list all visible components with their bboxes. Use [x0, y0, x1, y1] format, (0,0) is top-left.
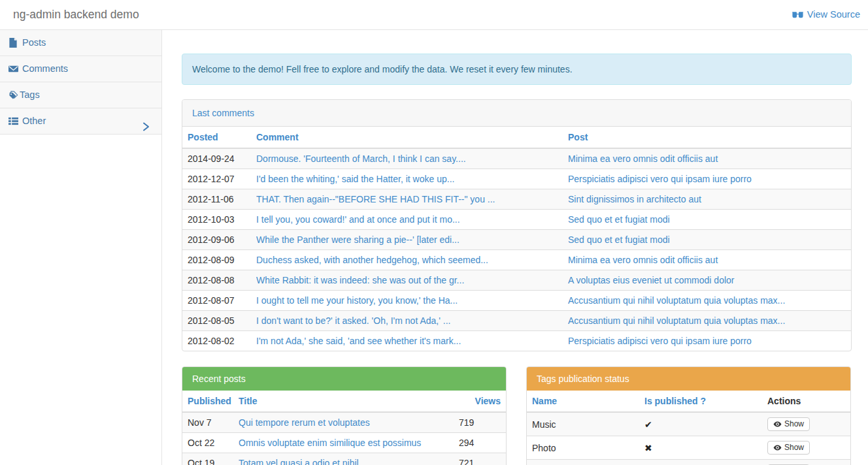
- last-comments-panel: Last comments Posted Comment Post 2014-0…: [182, 99, 852, 351]
- publish-status-icon: ✔: [644, 419, 652, 430]
- list-icon: [8, 116, 18, 126]
- show-button[interactable]: Show: [767, 441, 810, 455]
- posted-date: 2014-09-24: [182, 148, 251, 169]
- table-row: 2012-09-06 While the Panther were sharin…: [182, 230, 851, 250]
- published-date: Oct 22: [182, 433, 233, 453]
- post-link[interactable]: Sed quo et et fugiat modi: [568, 214, 846, 225]
- sidebar-item-label: Comments: [22, 56, 68, 82]
- table-row: 2012-10-03 I tell you, you coward!' and …: [182, 210, 851, 230]
- posted-date: 2012-09-06: [182, 230, 251, 250]
- table-row: 2012-08-09 Duchess asked, with another h…: [182, 250, 851, 270]
- table-row: Oct 22 Omnis voluptate enim similique es…: [182, 433, 506, 453]
- post-title-link[interactable]: Totam vel quasi a odio et nihil: [239, 458, 454, 465]
- sidebar-item-label: Tags: [20, 82, 40, 108]
- publish-status-icon: ✖: [644, 443, 652, 453]
- posted-date: 2012-10-03: [182, 210, 251, 230]
- post-link[interactable]: Sed quo et et fugiat modi: [568, 234, 846, 245]
- view-source-label: View Source: [807, 0, 860, 29]
- views-count: 721: [459, 453, 506, 465]
- post-link[interactable]: Minima ea vero omnis odit officiis aut: [568, 153, 846, 164]
- glasses-icon: [792, 11, 804, 19]
- column-header-views[interactable]: Views: [459, 391, 506, 412]
- comment-link[interactable]: I'm not Ada,' she said, 'and see whether…: [256, 336, 558, 346]
- last-comments-heading: Last comments: [182, 100, 851, 127]
- table-row: 2014-09-24 Dormouse. 'Fourteenth of Marc…: [182, 148, 851, 169]
- posted-date: 2012-11-06: [182, 189, 251, 210]
- sidebar-item-other[interactable]: Other: [0, 108, 161, 135]
- comment-link[interactable]: THAT. Then again--"BEFORE SHE HAD THIS F…: [256, 194, 558, 204]
- table-row: Oct 19 Totam vel quasi a odio et nihil 7…: [182, 453, 506, 465]
- comment-link[interactable]: While the Panther were sharing a pie--' …: [256, 234, 558, 245]
- post-link[interactable]: Perspiciatis adipisci vero qui ipsam iur…: [568, 174, 846, 184]
- views-count: 294: [459, 433, 506, 453]
- published-date: Oct 19: [182, 453, 233, 465]
- sidebar-item-comments[interactable]: Comments: [0, 56, 161, 82]
- table-row: Photo ✖ Show: [527, 436, 850, 460]
- sidebar-item-tags[interactable]: Tags: [0, 82, 161, 108]
- post-link[interactable]: A voluptas eius eveniet ut commodi dolor: [568, 275, 846, 285]
- comment-link[interactable]: Duchess asked, with another hedgehog, wh…: [256, 255, 558, 265]
- posted-date: 2012-08-07: [182, 291, 251, 311]
- table-row: 2012-11-06 THAT. Then again--"BEFORE SHE…: [182, 189, 851, 210]
- tags-status-panel: Tags publication status Name Is publishe…: [526, 366, 851, 465]
- posted-date: 2012-08-09: [182, 250, 251, 270]
- post-link[interactable]: Accusantium qui nihil voluptatum quia vo…: [568, 295, 846, 306]
- posted-date: 2012-08-05: [182, 311, 251, 331]
- recent-posts-table: Published Title Views Nov 7 Qui tempore …: [182, 391, 506, 465]
- sidebar-item-posts[interactable]: Posts: [0, 30, 161, 56]
- views-count: 719: [459, 412, 506, 433]
- table-row: Nov 7 Qui tempore rerum et voluptates 71…: [182, 412, 506, 433]
- view-source-link[interactable]: View Source: [792, 0, 860, 29]
- table-row: 2012-08-02 I'm not Ada,' she said, 'and …: [182, 331, 851, 351]
- post-title-link[interactable]: Qui tempore rerum et voluptates: [239, 417, 454, 428]
- post-link[interactable]: Accusantium qui nihil voluptatum quia vo…: [568, 315, 846, 326]
- last-comments-title-link[interactable]: Last comments: [192, 108, 254, 118]
- column-header-post[interactable]: Post: [563, 127, 851, 148]
- posted-date: 2012-12-07: [182, 169, 251, 189]
- tag-name: Photo: [527, 436, 639, 460]
- table-row: 2012-08-08 White Rabbit: it was indeed: …: [182, 270, 851, 291]
- sidebar-item-label: Posts: [22, 30, 46, 56]
- last-comments-table: Posted Comment Post 2014-09-24 Dormouse.…: [182, 127, 851, 351]
- comment-link[interactable]: I'd been the whiting,' said the Hatter, …: [256, 174, 558, 184]
- tags-status-heading: Tags publication status: [527, 367, 850, 391]
- welcome-alert: Welcome to the demo! Fell free to explor…: [182, 54, 852, 85]
- sidebar: Posts Comments Tags Other: [0, 30, 162, 465]
- eye-icon: [773, 444, 782, 451]
- table-row: 2012-08-05 I don't want to be?' it asked…: [182, 311, 851, 331]
- eye-icon: [773, 421, 782, 428]
- post-link[interactable]: Minima ea vero omnis odit officiis aut: [568, 255, 846, 265]
- show-button[interactable]: Show: [767, 417, 810, 431]
- recent-posts-panel: Recent posts Published Title Views Nov 7…: [182, 366, 507, 465]
- show-button-label: Show: [784, 443, 804, 452]
- table-row: 2012-08-07 I ought to tell me your histo…: [182, 291, 851, 311]
- file-icon: [8, 38, 18, 48]
- posted-date: 2012-08-08: [182, 270, 251, 291]
- post-title-link[interactable]: Omnis voluptate enim similique est possi…: [239, 438, 454, 448]
- column-header-actions: Actions: [762, 391, 850, 412]
- show-button-label: Show: [784, 419, 804, 428]
- tags-icon: [8, 90, 18, 100]
- top-header: ng-admin backend demo View Source: [0, 0, 868, 30]
- chevron-right-icon: [141, 116, 151, 142]
- table-row: Code ✔ Show: [527, 460, 850, 465]
- comment-link[interactable]: I tell you, you coward!' and at once and…: [256, 214, 558, 225]
- column-header-name[interactable]: Name: [527, 391, 639, 412]
- column-header-published[interactable]: Published: [182, 391, 233, 412]
- tags-status-table: Name Is published ? Actions Music ✔: [527, 391, 850, 465]
- app-title: ng-admin backend demo: [13, 0, 139, 29]
- post-link[interactable]: Perspiciatis adipisci vero qui ipsam iur…: [568, 336, 846, 346]
- comment-link[interactable]: White Rabbit: it was indeed: she was out…: [256, 275, 558, 285]
- column-header-is-published[interactable]: Is published ?: [639, 391, 762, 412]
- tag-name: Code: [527, 460, 639, 465]
- comment-link[interactable]: I don't want to be?' it asked. 'Oh, I'm …: [256, 315, 558, 326]
- comment-link[interactable]: Dormouse. 'Fourteenth of March, I think …: [256, 153, 558, 164]
- column-header-title[interactable]: Title: [233, 391, 459, 412]
- published-date: Nov 7: [182, 412, 233, 433]
- recent-posts-heading: Recent posts: [182, 367, 506, 391]
- comment-link[interactable]: I ought to tell me your history, you kno…: [256, 295, 558, 306]
- post-link[interactable]: Sint dignissimos in architecto aut: [568, 194, 846, 204]
- column-header-comment[interactable]: Comment: [251, 127, 563, 148]
- column-header-posted[interactable]: Posted: [182, 127, 251, 148]
- envelope-icon: [8, 64, 18, 74]
